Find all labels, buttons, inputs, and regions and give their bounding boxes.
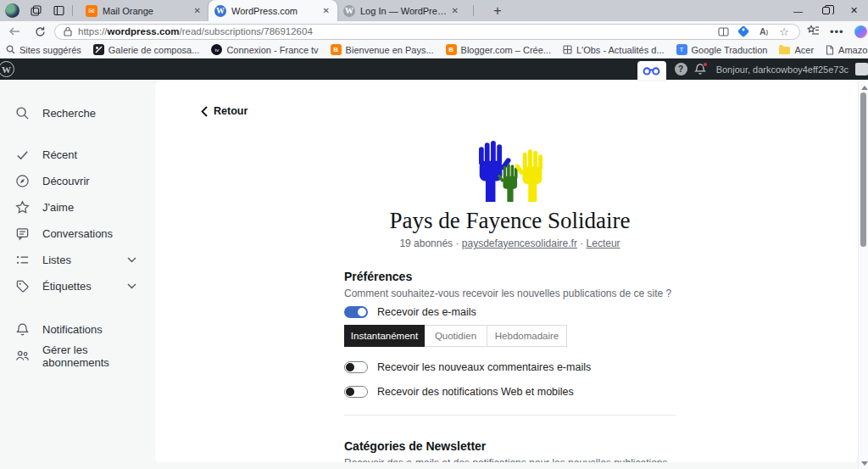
tab-close-icon[interactable]: ✕ <box>192 6 203 15</box>
frequency-option-weekly[interactable]: Hebdomadaire <box>487 325 567 347</box>
lock-icon[interactable] <box>63 25 73 38</box>
browser-tab-login-wordpress[interactable]: W Log In — WordPress.com ✕ <box>337 0 466 21</box>
bookmark-label: Google Traduction <box>692 45 768 55</box>
titlebar-separator <box>473 5 474 16</box>
read-aloud-icon[interactable]: A) <box>756 25 771 38</box>
toggle-label: Recevoir les nouveaux commentaires e-mai… <box>377 361 591 373</box>
toggle-row-emails: Recevoir des e-mails <box>344 306 676 318</box>
copilot-icon[interactable] <box>854 25 867 38</box>
frequency-segmented-control: Instantanément Quotidien Hebdomadaire <box>344 325 676 347</box>
blogger-favicon-icon: B <box>446 44 457 55</box>
tab-close-icon[interactable]: ✕ <box>450 6 460 15</box>
help-icon[interactable]: ? <box>675 63 687 75</box>
new-tab-button[interactable]: + <box>489 3 506 19</box>
bookmark-bienvenue-pays[interactable]: B Bienvenue en Pays... <box>331 44 434 55</box>
newsletter-description: Recevoir des e-mails et des notification… <box>344 457 676 462</box>
site-meta: 19 abonnés · paysdefayencesolidaire.fr ·… <box>344 237 676 249</box>
toggle-web-notifications[interactable] <box>344 386 368 398</box>
wordpress-favicon-icon: W <box>214 5 226 17</box>
meta-separator: · <box>455 237 459 249</box>
google-translate-favicon-icon: T <box>676 44 687 55</box>
notifications-bell-button[interactable] <box>694 63 708 76</box>
user-avatar[interactable] <box>855 63 868 75</box>
tag-icon <box>15 279 30 293</box>
window-close-button[interactable]: ✕ <box>840 0 868 21</box>
sidebar-item-etiquettes[interactable]: Étiquettes <box>0 273 155 299</box>
folder-icon <box>779 47 790 54</box>
more-options-icon[interactable]: ••• <box>830 25 844 38</box>
address-bar[interactable]: https://wordpress.com/read/subscriptions… <box>54 24 800 40</box>
window-restore-button[interactable] <box>812 0 840 21</box>
notification-dot <box>703 62 708 67</box>
sidebar-item-label: Listes <box>42 254 71 266</box>
favorites-list-icon[interactable] <box>807 24 820 39</box>
bookmark-blogger[interactable]: B Blogger.com – Crée... <box>446 44 551 55</box>
followers-count: 19 abonnés <box>399 237 453 249</box>
people-icon <box>15 349 30 363</box>
site-title: Pays de Fayence Solidaire <box>344 208 676 234</box>
scrollbar-up-arrow[interactable] <box>861 86 868 90</box>
frequency-option-instant[interactable]: Instantanément <box>344 325 425 347</box>
scrollbar-thumb[interactable] <box>860 92 866 247</box>
bookmark-galerie[interactable]: Galerie de composa... <box>93 44 200 55</box>
comment-icon <box>15 226 30 241</box>
reader-tab[interactable] <box>637 61 666 80</box>
bookmark-lobs[interactable]: L'Obs - Actualités d... <box>563 45 665 55</box>
browser-tab-wordpress-active[interactable]: W WordPress.com ✕ <box>209 0 337 21</box>
workspaces-icon[interactable] <box>30 4 42 17</box>
refresh-button[interactable] <box>31 23 49 40</box>
toggle-comment-emails[interactable] <box>344 361 368 373</box>
bookmark-label: Connexion - France tv <box>226 45 318 55</box>
reader-sidebar: Recherche Récent Découvrir J'aime Conver… <box>0 80 155 369</box>
sidebar-item-recent[interactable]: Récent <box>0 142 155 168</box>
page-scrollbar[interactable] <box>858 81 868 469</box>
sidebar-item-recherche[interactable]: Recherche <box>0 100 155 126</box>
section-divider <box>344 415 676 416</box>
back-link[interactable]: Retour <box>201 105 248 117</box>
search-icon <box>6 45 15 54</box>
bookmark-label: Amazon <box>838 45 868 55</box>
browser-tab-mail-orange[interactable]: ✉ Mail Orange ✕ <box>80 0 209 21</box>
restore-icon <box>822 7 830 14</box>
sidebar-item-label: Conversations <box>42 227 113 240</box>
sidebar-item-notifications[interactable]: Notifications <box>0 316 155 343</box>
back-button[interactable] <box>5 23 24 40</box>
bell-icon <box>15 322 30 337</box>
sidebar-item-gerer-abonnements[interactable]: Gérer les abonnements <box>0 343 155 369</box>
admin-greeting[interactable]: Bonjour, darkcowboy4eff25e73c <box>716 64 849 75</box>
sidebar-item-decouvrir[interactable]: Découvrir <box>0 168 155 194</box>
compass-icon <box>15 174 30 188</box>
wordpress-logo-icon[interactable]: W <box>0 61 14 77</box>
star-icon <box>15 200 30 215</box>
toggle-row-notifications: Recevoir des notifications Web et mobile… <box>344 386 676 398</box>
sidebar-item-jaime[interactable]: J'aime <box>0 194 155 221</box>
scrollbar-down-arrow[interactable] <box>861 461 868 466</box>
bookmark-france-tv[interactable]: tv Connexion - France tv <box>211 44 318 55</box>
sidebar-item-conversations[interactable]: Conversations <box>0 221 155 247</box>
browser-toolbar: https://wordpress.com/read/subscriptions… <box>0 21 868 42</box>
gallery-favicon-icon <box>93 44 104 55</box>
sidebar-item-listes[interactable]: Listes <box>0 247 155 273</box>
add-favorite-star-icon[interactable]: ☆ <box>776 25 792 38</box>
browser-profile-avatar[interactable] <box>5 3 19 18</box>
split-screen-icon[interactable] <box>715 25 731 38</box>
bookmark-google-traduction[interactable]: T Google Traduction <box>676 44 768 55</box>
frequency-option-daily[interactable]: Quotidien <box>424 325 487 347</box>
window-minimize-button[interactable]: — <box>784 0 812 21</box>
site-url-link[interactable]: paysdefayencesolidaire.fr <box>462 237 577 249</box>
back-label: Retour <box>214 105 248 117</box>
reader-link[interactable]: Lecteur <box>587 237 620 249</box>
newsletter-heading: Catégories de Newsletter <box>344 439 676 453</box>
url-path: /read/subscriptions/786912604 <box>180 26 313 36</box>
sidebar-item-label: Notifications <box>42 323 103 336</box>
shopping-tag-icon[interactable] <box>736 25 751 38</box>
tab-title: Log In — WordPress.com <box>360 6 450 16</box>
titlebar-separator <box>72 5 73 16</box>
bookmark-sites-suggeres[interactable]: Sites suggérés <box>6 45 81 55</box>
toggle-receive-emails[interactable] <box>344 306 368 318</box>
bookmark-folder-acer[interactable]: Acer <box>779 45 814 55</box>
tab-close-icon[interactable]: ✕ <box>321 6 331 15</box>
tab-actions-icon[interactable] <box>53 4 65 17</box>
check-icon <box>15 148 30 162</box>
bookmark-amazon[interactable]: Amazon <box>826 45 868 55</box>
